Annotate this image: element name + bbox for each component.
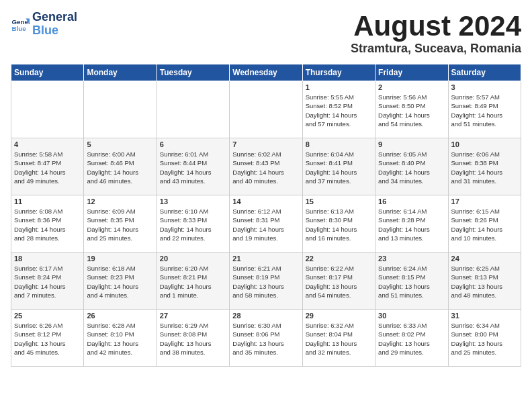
day-detail: Sunrise: 6:05 AM Sunset: 8:40 PM Dayligh…: [378, 150, 445, 185]
day-detail: Sunrise: 6:15 AM Sunset: 8:26 PM Dayligh…: [451, 207, 518, 242]
calendar-cell: 24Sunrise: 6:25 AM Sunset: 8:13 PM Dayli…: [448, 253, 521, 310]
day-detail: Sunrise: 6:33 AM Sunset: 8:02 PM Dayligh…: [378, 321, 445, 357]
day-detail: Sunrise: 6:01 AM Sunset: 8:44 PM Dayligh…: [160, 150, 226, 185]
day-number: 31: [451, 312, 518, 320]
calendar-week-4: 18Sunrise: 6:17 AM Sunset: 8:24 PM Dayli…: [11, 253, 521, 310]
logo-text: General Blue: [32, 11, 77, 38]
calendar-cell: 23Sunrise: 6:24 AM Sunset: 8:15 PM Dayli…: [375, 253, 448, 310]
day-detail: Sunrise: 6:10 AM Sunset: 8:33 PM Dayligh…: [160, 207, 226, 242]
day-detail: Sunrise: 5:57 AM Sunset: 8:49 PM Dayligh…: [451, 93, 518, 128]
day-number: 12: [87, 197, 153, 205]
day-detail: Sunrise: 6:34 AM Sunset: 8:00 PM Dayligh…: [451, 321, 518, 357]
column-header-tuesday: Tuesday: [157, 64, 229, 81]
day-number: 17: [451, 197, 518, 205]
day-detail: Sunrise: 6:18 AM Sunset: 8:23 PM Dayligh…: [87, 264, 153, 300]
day-detail: Sunrise: 6:29 AM Sunset: 8:08 PM Dayligh…: [160, 321, 226, 357]
day-number: 27: [160, 312, 226, 320]
day-detail: Sunrise: 5:58 AM Sunset: 8:47 PM Dayligh…: [14, 150, 81, 185]
day-detail: Sunrise: 6:22 AM Sunset: 8:17 PM Dayligh…: [306, 264, 372, 300]
column-header-saturday: Saturday: [448, 64, 521, 81]
calendar-table: SundayMondayTuesdayWednesdayThursdayFrid…: [11, 64, 521, 367]
day-detail: Sunrise: 5:56 AM Sunset: 8:50 PM Dayligh…: [378, 93, 445, 128]
calendar-cell: 13Sunrise: 6:10 AM Sunset: 8:33 PM Dayli…: [157, 195, 229, 253]
column-header-monday: Monday: [84, 64, 157, 81]
logo-icon: General Blue: [11, 15, 30, 34]
calendar-cell: 21Sunrise: 6:21 AM Sunset: 8:19 PM Dayli…: [230, 253, 302, 310]
day-detail: Sunrise: 6:26 AM Sunset: 8:12 PM Dayligh…: [14, 321, 81, 357]
calendar-cell: 16Sunrise: 6:14 AM Sunset: 8:28 PM Dayli…: [375, 195, 448, 253]
calendar-cell: 1Sunrise: 5:55 AM Sunset: 8:52 PM Daylig…: [302, 81, 375, 138]
calendar-cell: 2Sunrise: 5:56 AM Sunset: 8:50 PM Daylig…: [375, 81, 448, 138]
calendar-cell: 11Sunrise: 6:08 AM Sunset: 8:36 PM Dayli…: [11, 195, 84, 253]
day-detail: Sunrise: 6:21 AM Sunset: 8:19 PM Dayligh…: [232, 264, 299, 300]
calendar-cell: 8Sunrise: 6:04 AM Sunset: 8:41 PM Daylig…: [302, 138, 375, 195]
day-number: 21: [232, 255, 299, 263]
day-detail: Sunrise: 6:28 AM Sunset: 8:10 PM Dayligh…: [87, 321, 153, 357]
month-title: August 2024: [351, 11, 521, 42]
calendar-cell: 20Sunrise: 6:20 AM Sunset: 8:21 PM Dayli…: [157, 253, 229, 310]
day-number: 7: [232, 140, 299, 148]
column-header-thursday: Thursday: [302, 64, 375, 81]
day-number: 25: [14, 312, 81, 320]
day-number: 5: [87, 140, 153, 148]
column-header-sunday: Sunday: [11, 64, 84, 81]
calendar-week-2: 4Sunrise: 5:58 AM Sunset: 8:47 PM Daylig…: [11, 138, 521, 195]
day-detail: Sunrise: 6:25 AM Sunset: 8:13 PM Dayligh…: [451, 264, 518, 300]
logo: General Blue General Blue: [11, 11, 77, 38]
day-number: 2: [378, 83, 445, 91]
day-number: 30: [378, 312, 445, 320]
day-number: 16: [378, 197, 445, 205]
calendar-cell: 7Sunrise: 6:02 AM Sunset: 8:43 PM Daylig…: [230, 138, 302, 195]
day-number: 11: [14, 197, 81, 205]
title-block: August 2024 Stramtura, Suceava, Romania: [351, 11, 521, 56]
day-number: 3: [451, 83, 518, 91]
day-detail: Sunrise: 6:17 AM Sunset: 8:24 PM Dayligh…: [14, 264, 81, 300]
day-detail: Sunrise: 6:32 AM Sunset: 8:04 PM Dayligh…: [306, 321, 372, 357]
calendar-cell: 15Sunrise: 6:13 AM Sunset: 8:30 PM Dayli…: [302, 195, 375, 253]
calendar-cell: 18Sunrise: 6:17 AM Sunset: 8:24 PM Dayli…: [11, 253, 84, 310]
calendar-cell: 6Sunrise: 6:01 AM Sunset: 8:44 PM Daylig…: [157, 138, 229, 195]
calendar-cell: 12Sunrise: 6:09 AM Sunset: 8:35 PM Dayli…: [84, 195, 157, 253]
column-header-friday: Friday: [375, 64, 448, 81]
calendar-cell: 9Sunrise: 6:05 AM Sunset: 8:40 PM Daylig…: [375, 138, 448, 195]
day-detail: Sunrise: 6:13 AM Sunset: 8:30 PM Dayligh…: [306, 207, 372, 242]
day-number: 15: [306, 197, 372, 205]
day-number: 22: [306, 255, 372, 263]
calendar-week-3: 11Sunrise: 6:08 AM Sunset: 8:36 PM Dayli…: [11, 195, 521, 253]
calendar-week-5: 25Sunrise: 6:26 AM Sunset: 8:12 PM Dayli…: [11, 310, 521, 367]
calendar-cell: 22Sunrise: 6:22 AM Sunset: 8:17 PM Dayli…: [302, 253, 375, 310]
calendar-cell: 5Sunrise: 6:00 AM Sunset: 8:46 PM Daylig…: [84, 138, 157, 195]
calendar-cell: 31Sunrise: 6:34 AM Sunset: 8:00 PM Dayli…: [448, 310, 521, 367]
day-detail: Sunrise: 6:00 AM Sunset: 8:46 PM Dayligh…: [87, 150, 153, 185]
calendar-cell: 10Sunrise: 6:06 AM Sunset: 8:38 PM Dayli…: [448, 138, 521, 195]
day-detail: Sunrise: 6:24 AM Sunset: 8:15 PM Dayligh…: [378, 264, 445, 300]
day-number: 13: [160, 197, 226, 205]
calendar-cell: [84, 81, 157, 138]
day-number: 19: [87, 255, 153, 263]
calendar-cell: [230, 81, 302, 138]
day-number: 10: [451, 140, 518, 148]
page-header: General Blue General Blue August 2024 St…: [11, 11, 521, 56]
day-detail: Sunrise: 6:30 AM Sunset: 8:06 PM Dayligh…: [232, 321, 299, 357]
day-number: 1: [306, 83, 372, 91]
day-number: 18: [14, 255, 81, 263]
day-detail: Sunrise: 5:55 AM Sunset: 8:52 PM Dayligh…: [306, 93, 372, 128]
day-number: 8: [306, 140, 372, 148]
calendar-cell: 3Sunrise: 5:57 AM Sunset: 8:49 PM Daylig…: [448, 81, 521, 138]
day-detail: Sunrise: 6:20 AM Sunset: 8:21 PM Dayligh…: [160, 264, 226, 300]
day-number: 4: [14, 140, 81, 148]
calendar-cell: [157, 81, 229, 138]
day-detail: Sunrise: 6:14 AM Sunset: 8:28 PM Dayligh…: [378, 207, 445, 242]
day-number: 28: [232, 312, 299, 320]
location-title: Stramtura, Suceava, Romania: [351, 42, 521, 56]
calendar-cell: 14Sunrise: 6:12 AM Sunset: 8:31 PM Dayli…: [230, 195, 302, 253]
calendar-cell: 27Sunrise: 6:29 AM Sunset: 8:08 PM Dayli…: [157, 310, 229, 367]
column-header-wednesday: Wednesday: [230, 64, 302, 81]
calendar-cell: 29Sunrise: 6:32 AM Sunset: 8:04 PM Dayli…: [302, 310, 375, 367]
calendar-cell: 26Sunrise: 6:28 AM Sunset: 8:10 PM Dayli…: [84, 310, 157, 367]
calendar-cell: [11, 81, 84, 138]
svg-text:Blue: Blue: [11, 25, 26, 32]
calendar-cell: 28Sunrise: 6:30 AM Sunset: 8:06 PM Dayli…: [230, 310, 302, 367]
calendar-cell: 30Sunrise: 6:33 AM Sunset: 8:02 PM Dayli…: [375, 310, 448, 367]
day-detail: Sunrise: 6:06 AM Sunset: 8:38 PM Dayligh…: [451, 150, 518, 185]
